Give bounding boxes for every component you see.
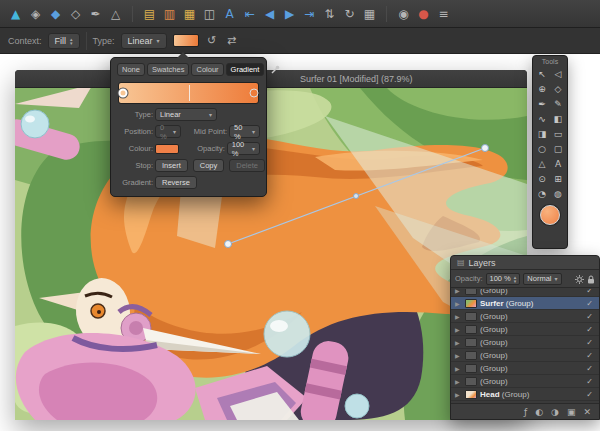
layer-row-head[interactable]: ▶ Head (Group) ✓ [451,388,599,401]
reverse-gradient-button[interactable]: Reverse [155,176,197,189]
tab-swatches[interactable]: Swatches [147,63,190,76]
expander-icon[interactable]: ▶ [455,391,462,398]
rectangle-tool[interactable]: ▭ [550,126,566,141]
current-fill-swatch[interactable] [540,205,560,225]
layer-visibility-check[interactable]: ✓ [586,377,593,386]
eyedropper-icon[interactable] [270,65,280,75]
expander-icon[interactable]: ▶ [455,378,462,385]
layers-panel-header[interactable]: ▤ Layers [451,256,599,270]
crop-tool[interactable]: ◍ [550,186,566,201]
pencil-tool[interactable]: ✎ [550,96,566,111]
pen-icon[interactable]: ✒ [88,8,103,20]
layer-row[interactable]: ▶ (Group) ✓ [451,323,599,336]
blend-mode-dropdown[interactable]: Normal ▾ [523,273,561,285]
rotate-gradient-icon[interactable]: ↺ [205,34,219,47]
gradient-type-select[interactable]: Linear ▾ [121,33,167,49]
layer-visibility-check[interactable]: ✓ [586,325,593,334]
layer-visibility-check[interactable]: ✓ [586,351,593,360]
adjustment-icon[interactable]: ◑ [551,407,559,417]
gradient-start-handle[interactable] [225,241,232,248]
layer-visibility-check[interactable]: ✓ [586,289,593,295]
point-transform-tool[interactable]: ⊕ [534,81,550,96]
snapping-manager-icon[interactable]: ◉ [396,8,411,20]
delete-layer-icon[interactable]: ✕ [583,407,591,417]
colour-picker-tool[interactable]: ◔ [534,186,550,201]
menu-icon[interactable]: ≡ [436,8,451,20]
layer-lock-icon[interactable] [587,270,595,288]
gradient-end-handle[interactable] [482,145,489,152]
view-tool[interactable]: ⊞ [550,171,566,186]
gradient-editor-bar[interactable] [118,82,259,104]
reverse-gradient-icon[interactable]: ⇄ [225,34,239,47]
layer-opacity-dropdown[interactable]: 100 % ▴▾ [486,273,521,285]
expander-icon[interactable]: ▶ [455,339,462,346]
auto-select-icon[interactable]: ◫ [202,8,217,20]
layer-visibility-check[interactable]: ✓ [586,390,593,399]
expander-icon[interactable]: ▶ [455,300,462,307]
opacity-dropdown[interactable]: 100 % ▾ [227,142,260,155]
layer-row[interactable]: ▶ (Group) ✓ [451,362,599,375]
move-tool[interactable]: ↖ [534,66,550,81]
tab-none[interactable]: None [117,63,145,76]
insert-inside-icon[interactable]: ▥ [162,8,177,20]
layer-row[interactable]: ▶ (Group) ✓ [451,349,599,362]
gradient-stop-end[interactable] [250,89,259,98]
back-one-icon[interactable]: ◀ [262,8,277,20]
layer-visibility-check[interactable]: ✓ [586,338,593,347]
ellipse-tool[interactable]: ○ [534,141,550,156]
stop-colour-swatch[interactable] [155,144,179,154]
copy-stop-button[interactable]: Copy [193,159,225,172]
insert-stop-button[interactable]: Insert [155,159,188,172]
gradient-mid-handle[interactable] [354,194,359,199]
layer-row[interactable]: ▶ (Group) ✓ [451,310,599,323]
expander-icon[interactable]: ▶ [455,289,462,294]
gradient-stop-start[interactable] [119,89,128,98]
layer-row-surfer[interactable]: ▶ Surfer (Group) ✓ [451,297,599,310]
gradient-midpoint-marker[interactable] [189,85,190,101]
zoom-tool[interactable]: ⊙ [534,171,550,186]
move-to-front-icon[interactable]: ⇥ [302,8,317,20]
layer-visibility-check[interactable]: ✓ [586,364,593,373]
fill-swatch[interactable] [173,34,199,47]
context-select[interactable]: Fill ▴▾ [48,33,80,49]
insert-behind-icon[interactable]: ▤ [142,8,157,20]
pentagon-shape-icon[interactable]: ◆ [48,8,63,20]
grid-icon[interactable]: ▦ [362,8,377,20]
midpoint-dropdown[interactable]: 50 % ▾ [229,125,260,138]
layer-mask-icon[interactable]: ◐ [535,407,543,417]
expander-icon[interactable]: ▶ [455,313,462,320]
diamond-shape-icon[interactable]: ◇ [68,8,83,20]
brush-tool[interactable]: ∿ [534,111,550,126]
corner-tool[interactable]: ◇ [550,81,566,96]
gradient-type-dropdown[interactable]: Linear ▾ [155,108,217,121]
transparency-tool[interactable]: ◨ [534,126,550,141]
tab-colour[interactable]: Colour [191,63,223,76]
layer-settings-gear-icon[interactable] [575,270,584,288]
app-logo[interactable]: ▲ [8,8,23,20]
node-icon[interactable]: △ [108,8,123,20]
triangle-tool[interactable]: △ [534,156,550,171]
layer-row[interactable]: ▶ (Group) ✓ [451,375,599,388]
new-layer-icon[interactable]: ▣ [567,407,576,417]
expander-icon[interactable]: ▶ [455,352,462,359]
replace-selection-icon[interactable]: ▦ [182,8,197,20]
forward-one-icon[interactable]: ▶ [282,8,297,20]
layer-visibility-check[interactable]: ✓ [586,312,593,321]
delete-stop-button[interactable]: Delete [229,159,265,172]
tab-gradient[interactable]: Gradient [226,63,265,76]
expander-icon[interactable]: ▶ [455,365,462,372]
alignment-icon[interactable]: A [222,8,237,20]
node-tool[interactable]: ◁ [550,66,566,81]
color-profile-icon[interactable]: ● [416,8,431,20]
pen-tool[interactable]: ✒ [534,96,550,111]
move-to-back-icon[interactable]: ⇤ [242,8,257,20]
rotate-icon[interactable]: ↻ [342,8,357,20]
layer-effects-icon[interactable]: ƒ [524,407,527,417]
text-tool[interactable]: A [550,156,566,171]
rounded-rectangle-tool[interactable]: ▢ [550,141,566,156]
flip-icon[interactable]: ⇅ [322,8,337,20]
layer-row[interactable]: ▶ (Group) ✓ [451,336,599,349]
layer-row[interactable]: ▶ (Group) ✓ [451,289,599,297]
layer-visibility-check[interactable]: ✓ [586,299,593,308]
snap-icon[interactable]: ◈ [28,8,43,20]
